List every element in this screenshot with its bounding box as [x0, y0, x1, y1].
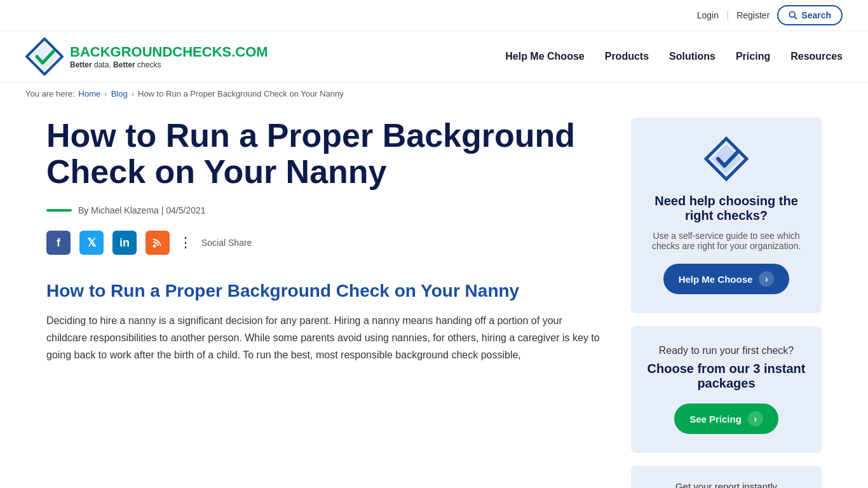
- brand-name: BACKGROUNDCHECKS.COM: [70, 44, 268, 60]
- nav-help-me-choose[interactable]: Help Me Choose: [505, 51, 584, 62]
- facebook-share-button[interactable]: f: [46, 231, 71, 255]
- header-main: BACKGROUNDCHECKS.COM Better data. Better…: [0, 31, 868, 83]
- brand-text: BACKGROUNDCHECKS.COM Better data. Better…: [70, 44, 268, 69]
- search-icon: [789, 11, 797, 20]
- help-me-choose-button[interactable]: Help Me Choose ›: [663, 264, 790, 294]
- sidebar-help-card: Need help choosing the right checks? Use…: [631, 118, 822, 313]
- article-title: How to Run a Proper Background Check on …: [46, 118, 606, 190]
- logo-link[interactable]: BACKGROUNDCHECKS.COM Better data. Better…: [25, 37, 268, 76]
- login-link[interactable]: Login: [697, 10, 719, 20]
- header-top-bar: Login | Register Search: [0, 0, 868, 31]
- tagline: Better data. Better checks: [70, 60, 268, 69]
- breadcrumb-home[interactable]: Home: [79, 89, 101, 98]
- nav-pricing[interactable]: Pricing: [736, 51, 770, 62]
- article-area: How to Run a Proper Background Check on …: [46, 118, 606, 488]
- social-share-label: Social Share: [201, 238, 252, 248]
- header-divider: |: [726, 10, 729, 21]
- author-bar: [46, 209, 72, 212]
- main-layout: How to Run a Proper Background Check on …: [21, 105, 847, 488]
- article-subtitle: How to Run a Proper Background Check on …: [46, 280, 606, 302]
- register-link[interactable]: Register: [736, 10, 770, 20]
- search-button[interactable]: Search: [777, 5, 843, 25]
- see-pricing-button[interactable]: See Pricing ›: [674, 403, 778, 434]
- pricing-card-title: Choose from our 3 instant packages: [646, 362, 806, 391]
- main-nav: Help Me Choose Products Solutions Pricin…: [505, 51, 843, 62]
- nav-products[interactable]: Products: [605, 51, 649, 62]
- nav-solutions[interactable]: Solutions: [669, 51, 715, 62]
- author-line: By Michael Klazema | 04/5/2021: [46, 205, 606, 215]
- help-me-arrow-icon: ›: [759, 271, 774, 287]
- sidebar-logo-icon: [704, 137, 749, 181]
- sidebar: Need help choosing the right checks? Use…: [631, 118, 822, 488]
- article-body: Deciding to hire a nanny is a significan…: [46, 312, 606, 364]
- breadcrumb: You are here: Home › Blog › How to Run a…: [0, 83, 868, 105]
- social-share-bar: f 𝕏 in ⋮ Social Share: [46, 231, 606, 255]
- help-card-title: Need help choosing the right checks?: [646, 194, 806, 223]
- instant-text: Get your report instantly: [646, 481, 806, 488]
- rss-share-button[interactable]: [146, 231, 170, 255]
- help-card-description: Use a self-service guide to see which ch…: [646, 231, 806, 251]
- svg-line-1: [794, 17, 797, 19]
- you-are-here-label: You are here:: [25, 89, 75, 98]
- breadcrumb-sep-1: ›: [104, 89, 107, 98]
- breadcrumb-current: How to Run a Proper Background Check on …: [138, 89, 344, 98]
- breadcrumb-blog[interactable]: Blog: [111, 89, 128, 98]
- sidebar-instant-card: Get your report instantly: [631, 466, 822, 488]
- linkedin-share-button[interactable]: in: [112, 231, 137, 255]
- svg-point-4: [153, 245, 156, 248]
- twitter-share-button[interactable]: 𝕏: [79, 231, 104, 255]
- svg-point-0: [790, 11, 796, 17]
- breadcrumb-sep-2: ›: [132, 89, 134, 98]
- sidebar-pricing-card: Ready to run your first check? Choose fr…: [631, 326, 822, 453]
- pricing-ready-text: Ready to run your first check?: [646, 345, 806, 356]
- pricing-arrow-icon: ›: [748, 411, 763, 426]
- author-text: By Michael Klazema | 04/5/2021: [78, 205, 206, 215]
- logo-icon: [25, 37, 64, 76]
- social-more-button[interactable]: ⋮: [179, 234, 193, 251]
- nav-resources[interactable]: Resources: [790, 51, 843, 62]
